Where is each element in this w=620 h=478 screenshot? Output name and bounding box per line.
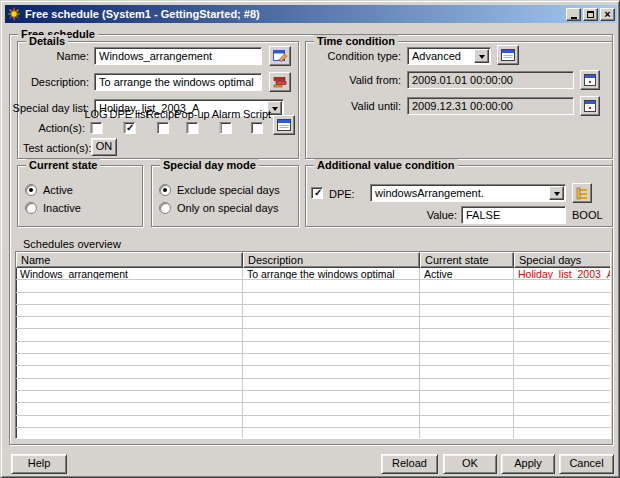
table-cell: [243, 317, 420, 329]
column-header-description[interactable]: Description: [243, 252, 420, 268]
table-cell: [243, 428, 420, 439]
schedules-table-header: NameDescriptionCurrent stateSpecial days: [16, 252, 610, 268]
titlebar[interactable]: Free schedule (System1 - GettingStarted;…: [5, 5, 617, 23]
chevron-down-icon[interactable]: [474, 49, 489, 63]
maximize-button[interactable]: [583, 8, 598, 21]
calendar-icon: [584, 74, 596, 86]
close-button[interactable]: ×: [600, 8, 615, 21]
table-empty-row[interactable]: [16, 317, 610, 329]
current-state-option-inactive[interactable]: Inactive: [25, 201, 81, 215]
table-cell: [514, 305, 611, 317]
action-checkbox-dpe-list[interactable]: [123, 122, 135, 134]
dpe-dropdown[interactable]: windowsArrangement.: [370, 184, 566, 202]
description-edit-button[interactable]: [269, 72, 291, 92]
valid-from-field[interactable]: 2009.01.01 00:00:00: [407, 71, 574, 89]
table-cell: [514, 379, 611, 391]
minimize-button[interactable]: [566, 8, 581, 21]
valid-until-field[interactable]: 2009.12.31 00:00:00: [407, 97, 574, 115]
value-label: Value:: [407, 209, 457, 222]
help-button[interactable]: Help: [11, 454, 67, 474]
table-empty-row[interactable]: [16, 329, 610, 341]
table-empty-row[interactable]: [16, 305, 610, 317]
action-column-label-alarm: Alarm: [212, 109, 241, 120]
calendar-icon: [584, 100, 596, 112]
table-cell: [514, 342, 611, 354]
table-empty-row[interactable]: [16, 416, 610, 428]
table-cell: [420, 317, 514, 329]
action-checkbox-log[interactable]: [90, 122, 102, 134]
table-cell: Windows_arrangement: [16, 268, 243, 280]
app-icon: [7, 7, 21, 21]
current-state-radio-active[interactable]: [25, 184, 37, 196]
edit-icon: [273, 49, 288, 63]
table-cell: [420, 354, 514, 366]
table-row[interactable]: Windows_arrangementTo arrange the window…: [16, 268, 610, 280]
action-checkbox-alarm[interactable]: [220, 122, 232, 134]
schedules-table-body: Windows_arrangementTo arrange the window…: [16, 268, 610, 439]
table-empty-row[interactable]: [16, 280, 610, 292]
special-day-mode-option-only-on-special-days[interactable]: Only on special days: [159, 201, 279, 215]
description-input[interactable]: [94, 73, 262, 91]
table-empty-row[interactable]: [16, 379, 610, 391]
table-cell: [243, 354, 420, 366]
table-cell: [514, 428, 611, 439]
test-actions-on-button[interactable]: ON: [91, 138, 117, 156]
name-label: Name:: [19, 50, 89, 63]
column-header-current-state[interactable]: Current state: [420, 252, 514, 268]
current-state-option-active[interactable]: Active: [25, 183, 73, 197]
dpe-checkbox[interactable]: [311, 187, 323, 199]
table-empty-row[interactable]: [16, 366, 610, 378]
table-cell: [16, 366, 243, 378]
apply-button[interactable]: Apply: [501, 454, 555, 474]
free-schedule-window: Free schedule (System1 - GettingStarted;…: [0, 0, 620, 478]
value-input[interactable]: [461, 206, 566, 224]
table-cell: [243, 305, 420, 317]
ok-button[interactable]: OK: [443, 454, 497, 474]
condition-type-settings-button[interactable]: [497, 45, 519, 65]
chevron-down-icon[interactable]: [549, 186, 564, 200]
schedules-table[interactable]: NameDescriptionCurrent stateSpecial days…: [15, 251, 611, 439]
action-checkbox-script[interactable]: [251, 122, 263, 134]
table-cell: [16, 428, 243, 439]
table-cell: [514, 317, 611, 329]
cancel-button[interactable]: Cancel: [559, 454, 614, 474]
table-cell: [243, 403, 420, 415]
dpe-value: windowsArrangement.: [375, 187, 484, 199]
actions-columns: LOGDPE listRecipePop-upAlarmScript: [17, 109, 299, 137]
special-day-mode-radio-only-on-special-days[interactable]: [159, 202, 171, 214]
reload-button[interactable]: Reload: [381, 454, 438, 474]
table-empty-row[interactable]: [16, 428, 610, 439]
table-empty-row[interactable]: [16, 342, 610, 354]
table-cell: [514, 403, 611, 415]
special-day-mode-radio-label-exclude-special-days: Exclude special days: [177, 184, 280, 196]
dpe-select-button[interactable]: [572, 183, 592, 203]
special-day-mode-radio-label-only-on-special-days: Only on special days: [177, 202, 279, 214]
additional-value-condition-group-legend: Additional value condition: [314, 159, 458, 172]
action-checkbox-recipe[interactable]: [157, 122, 169, 134]
action-checkbox-pop-up[interactable]: [186, 122, 198, 134]
name-edit-button[interactable]: [269, 46, 291, 66]
current-state-radio-inactive[interactable]: [25, 202, 37, 214]
table-empty-row[interactable]: [16, 293, 610, 305]
table-empty-row[interactable]: [16, 354, 610, 366]
valid-from-calendar-button[interactable]: [580, 70, 600, 90]
special-day-mode-group-legend: Special day mode: [160, 159, 259, 172]
name-input[interactable]: [94, 47, 262, 65]
condition-type-dropdown[interactable]: Advanced: [407, 47, 491, 65]
valid-until-calendar-button[interactable]: [580, 96, 600, 116]
window-icon: [501, 49, 515, 61]
special-day-mode-radio-exclude-special-days[interactable]: [159, 184, 171, 196]
table-empty-row[interactable]: [16, 391, 610, 403]
table-cell: [16, 305, 243, 317]
valid-from-label: Valid from:: [331, 74, 401, 87]
action-column-label-log: LOG: [84, 109, 107, 120]
window-icon: [277, 119, 291, 131]
special-day-mode-option-exclude-special-days[interactable]: Exclude special days: [159, 183, 280, 197]
table-cell: [514, 329, 611, 341]
actions-settings-button[interactable]: [273, 115, 295, 135]
table-empty-row[interactable]: [16, 403, 610, 415]
column-header-special-days[interactable]: Special days: [514, 252, 611, 268]
action-column-label-dpe-list: DPE list: [109, 109, 148, 120]
details-group-legend: Details: [26, 35, 68, 48]
column-header-name[interactable]: Name: [16, 252, 243, 268]
